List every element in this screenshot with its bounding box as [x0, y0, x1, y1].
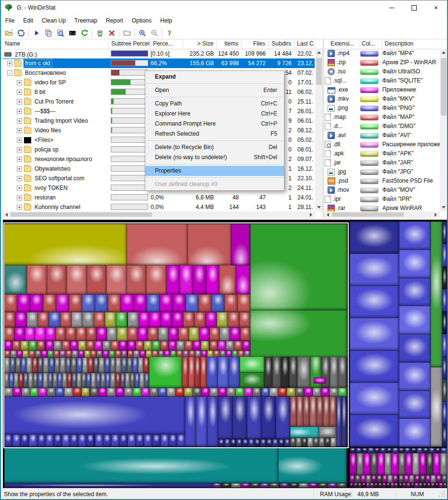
column-header[interactable]: Perce... — [151, 39, 183, 49]
expand-plus-icon[interactable]: + — [17, 205, 22, 210]
scrollbar-thumb[interactable] — [11, 212, 152, 217]
treemap-cell[interactable] — [388, 475, 393, 483]
treemap-cell[interactable] — [328, 483, 337, 488]
scroll-left-icon[interactable] — [5, 213, 8, 217]
extension-row[interactable]: .mapФайл "MAP" — [324, 113, 440, 122]
treemap-cell[interactable] — [427, 483, 431, 488]
resize-grip[interactable] — [438, 490, 446, 498]
zoom-out-button[interactable] — [148, 28, 160, 38]
treemap-cell[interactable] — [423, 483, 426, 488]
expand-plus-icon[interactable]: + — [17, 109, 22, 114]
treemap-cell[interactable] — [413, 453, 420, 475]
menubar-item-edit[interactable]: Edit — [19, 15, 37, 26]
treemap-cell[interactable] — [417, 448, 423, 453]
treemap-cell[interactable] — [371, 475, 377, 483]
menubar-item-treemap[interactable]: Treemap — [70, 15, 102, 26]
treemap-cell[interactable] — [4, 448, 278, 483]
treemap-cell[interactable] — [399, 221, 431, 250]
treemap-cell[interactable] — [439, 483, 443, 488]
treemap-cell[interactable] — [380, 448, 386, 453]
context-menu-item-user-defined-cleanup-0[interactable]: User defined cleanup #0 — [145, 179, 284, 189]
expand-plus-icon[interactable]: + — [17, 166, 22, 172]
treemap-cell[interactable] — [399, 362, 431, 391]
file-row[interactable]: +Kuhonniy channel0,0%4,4 MB144143128.11. — [2, 202, 315, 212]
extension-row[interactable]: .jpgФайл "JPG" — [324, 167, 440, 176]
help-button[interactable]: ? — [164, 28, 176, 38]
treemap-cell[interactable] — [350, 415, 399, 447]
treemap-cell[interactable] — [391, 453, 399, 475]
file-list-horizontal-scrollbar[interactable] — [2, 211, 315, 218]
treemap-cell[interactable] — [350, 350, 399, 383]
treemap-cell[interactable] — [431, 483, 435, 488]
treemap-cell[interactable] — [299, 483, 308, 488]
treemap-cell[interactable] — [442, 475, 447, 483]
extension-row[interactable]: .zipАрхив ZIP - WinRAR — [324, 58, 440, 67]
file-list-vertical-scrollbar[interactable] — [315, 48, 323, 211]
treemap-cell[interactable] — [431, 475, 436, 483]
treemap-cell[interactable] — [414, 483, 418, 488]
treemap-cell[interactable] — [366, 475, 371, 483]
treemap-cell[interactable] — [362, 483, 365, 488]
extension-row[interactable]: PSD.psdFastStone PSD File — [324, 176, 440, 186]
treemap-cell[interactable] — [420, 475, 425, 483]
expand-plus-icon[interactable]: + — [17, 195, 22, 200]
expand-plus-icon[interactable]: + — [7, 61, 12, 66]
treemap-cell[interactable] — [392, 448, 399, 453]
treemap-cell[interactable] — [366, 483, 370, 488]
treemap-cell[interactable] — [411, 483, 414, 488]
treemap-cell[interactable] — [441, 448, 447, 453]
treemap-cell[interactable] — [429, 448, 435, 453]
treemap-cell[interactable] — [431, 221, 442, 367]
treemap-cell[interactable] — [411, 448, 417, 453]
treemap-cell[interactable] — [442, 289, 447, 312]
treemap-cell[interactable] — [377, 475, 382, 483]
treemap-cell[interactable] — [442, 402, 447, 424]
treemap-cell[interactable] — [440, 453, 448, 475]
scrollbar-thumb[interactable] — [332, 212, 404, 217]
treemap-cell[interactable] — [394, 483, 398, 488]
treemap-cell[interactable] — [357, 453, 364, 475]
treemap-cell[interactable] — [442, 424, 447, 447]
treemap-cell[interactable] — [318, 483, 328, 488]
scroll-left-icon[interactable] — [327, 213, 329, 217]
title-bar[interactable]: G: - WinDirStat × — [1, 0, 447, 15]
extensions-header[interactable]: Extensi...Col...Description — [324, 39, 448, 49]
column-header[interactable]: Name — [2, 39, 109, 49]
extension-row[interactable]: .isoФайл UltraISO — [324, 67, 440, 76]
treemap-cell[interactable] — [260, 483, 270, 488]
context-menu-item-explorer-here[interactable]: Explorer HereCtrl+E — [145, 109, 284, 119]
column-header[interactable]: Col... — [359, 39, 382, 49]
play-button[interactable] — [30, 28, 42, 38]
treemap-cell[interactable] — [404, 475, 409, 483]
scroll-up-icon[interactable] — [442, 51, 446, 54]
expand-plus-icon[interactable]: + — [17, 128, 22, 133]
extension-row[interactable]: .movФайл "MOV" — [324, 186, 440, 195]
refresh-all-button[interactable] — [15, 28, 27, 38]
treemap-cell[interactable] — [442, 267, 447, 289]
treemap-cell[interactable] — [337, 483, 347, 488]
expand-plus-icon[interactable]: + — [17, 147, 22, 152]
treemap-cell[interactable] — [378, 483, 382, 488]
treemap-cell[interactable] — [442, 379, 447, 402]
treemap-cell[interactable] — [405, 453, 413, 475]
scroll-up-icon[interactable] — [317, 51, 321, 54]
treemap-cell[interactable] — [406, 483, 410, 488]
treemap-cell[interactable] — [399, 453, 406, 475]
treemap-cell[interactable] — [4, 483, 212, 488]
treemap-cell[interactable] — [399, 475, 404, 483]
expand-plus-icon[interactable]: + — [17, 90, 22, 95]
file-row[interactable]: +restoran0,0%6,8 MB4847124.01. — [2, 193, 315, 202]
treemap-cell[interactable] — [402, 483, 406, 488]
treemap-cell[interactable] — [368, 448, 374, 453]
cleanup-bin-button[interactable] — [94, 28, 106, 38]
extension-row[interactable]: .pngФайл "PNG" — [324, 104, 440, 113]
new-folder-button[interactable] — [121, 28, 133, 38]
treemap-cell[interactable] — [212, 483, 222, 488]
command-prompt-button[interactable]: C:\ — [66, 28, 78, 38]
expand-plus-icon[interactable]: + — [17, 118, 22, 124]
extension-row[interactable]: .iprФайл "IPR" — [324, 195, 440, 204]
treemap-cell[interactable] — [222, 483, 231, 488]
expand-plus-icon[interactable]: + — [17, 80, 22, 85]
zoom-in-button[interactable] — [136, 28, 148, 38]
treemap-cell[interactable] — [404, 448, 411, 453]
